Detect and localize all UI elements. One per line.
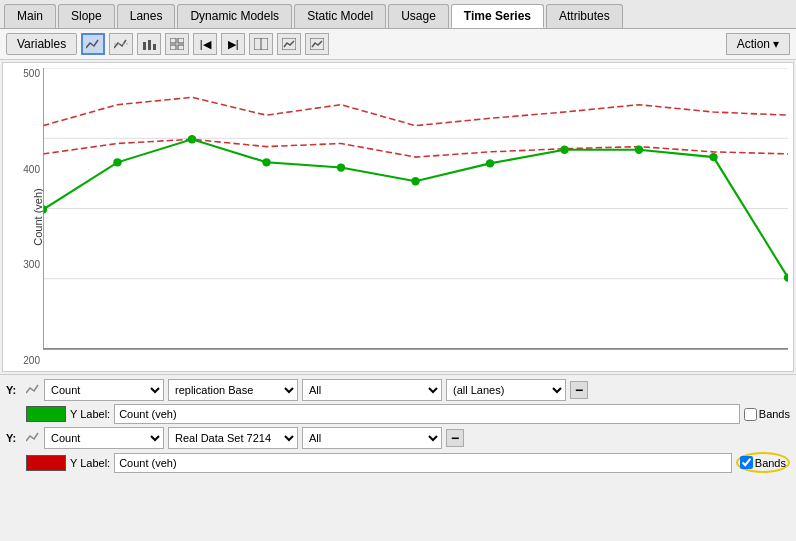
row1-minus-button[interactable]: − [570,381,588,399]
tab-lanes[interactable]: Lanes [117,4,176,28]
view-3-icon[interactable] [305,33,329,55]
svg-point-22 [411,177,420,185]
svg-rect-7 [178,45,184,50]
row2-dataset-select[interactable]: Real Data Set 7214 [168,427,298,449]
svg-point-27 [784,273,788,281]
tab-time-series[interactable]: Time Series [451,4,544,28]
tab-slope[interactable]: Slope [58,4,115,28]
chart-svg [43,68,788,351]
row1-y-label: Y: [6,384,22,396]
svg-point-20 [262,158,271,166]
tab-main[interactable]: Main [4,4,56,28]
row1-control: Y: Count replication Base All (all Lanes… [6,379,790,401]
toolbar: Variables |◀ ▶| Action ▾ [0,29,796,60]
svg-point-19 [188,135,197,143]
tab-usage[interactable]: Usage [388,4,449,28]
row1-label-input[interactable] [114,404,740,424]
row1-bands-check: Bands [744,408,790,421]
row2-bands-checkbox[interactable] [740,456,753,469]
svg-rect-3 [153,44,156,50]
svg-rect-5 [178,38,184,43]
row2-ylabel-text: Y Label: [70,457,110,469]
y-tick-400: 400 [3,164,43,175]
row1-color-swatch[interactable] [26,406,66,422]
split-view-icon[interactable] [249,33,273,55]
svg-point-25 [635,146,644,154]
svg-point-21 [337,163,346,171]
line-chart-2-icon[interactable] [109,33,133,55]
last-icon[interactable]: ▶| [221,33,245,55]
bottom-panel: Y: Count replication Base All (all Lanes… [0,374,796,480]
row1-sub-row: Y Label: Bands [6,404,790,424]
svg-point-24 [560,146,569,154]
row1-replication-select[interactable]: replication Base [168,379,298,401]
tab-bar: Main Slope Lanes Dynamic Models Static M… [0,0,796,29]
row2-color-swatch[interactable] [26,455,66,471]
line-chart-icon[interactable] [81,33,105,55]
y-ticks: 500 400 300 200 [3,63,43,371]
action-dropdown-icon: ▾ [773,37,779,51]
chart-view-icon[interactable] [277,33,301,55]
svg-rect-1 [143,42,146,50]
tab-static-model[interactable]: Static Model [294,4,386,28]
y-tick-500: 500 [3,68,43,79]
row2-count-select[interactable]: Count [44,427,164,449]
row2-bands-label: Bands [755,457,786,469]
svg-point-18 [113,158,122,166]
chart-area: Count (veh) 500 400 300 200 [2,62,794,372]
svg-rect-2 [148,40,151,50]
variables-button[interactable]: Variables [6,33,77,55]
row1-ylabel-text: Y Label: [70,408,110,420]
row1-icon [26,383,40,397]
y-tick-300: 300 [3,259,43,270]
grid-chart-icon[interactable] [165,33,189,55]
row1-all-select[interactable]: All [302,379,442,401]
svg-point-26 [709,153,718,161]
row2-sub-row: Y Label: Bands [6,452,790,473]
bar-chart-icon[interactable] [137,33,161,55]
row2-icon [26,431,40,445]
row1-bands-checkbox[interactable] [744,408,757,421]
tab-attributes[interactable]: Attributes [546,4,623,28]
row2-bands-check: Bands [736,452,790,473]
row1-lanes-select[interactable]: (all Lanes) [446,379,566,401]
row2-all-select[interactable]: All [302,427,442,449]
row1-bands-label: Bands [759,408,790,420]
row1-count-select[interactable]: Count [44,379,164,401]
svg-point-23 [486,159,495,167]
action-label: Action [737,37,770,51]
first-icon[interactable]: |◀ [193,33,217,55]
row2-label-input[interactable] [114,453,732,473]
row2-y-label: Y: [6,432,22,444]
action-button[interactable]: Action ▾ [726,33,790,55]
svg-rect-6 [170,45,176,50]
svg-rect-4 [170,38,176,43]
row2-control: Y: Count Real Data Set 7214 All − [6,427,790,449]
tab-dynamic-models[interactable]: Dynamic Models [177,4,292,28]
row2-minus-button[interactable]: − [446,429,464,447]
y-tick-200: 200 [3,355,43,366]
